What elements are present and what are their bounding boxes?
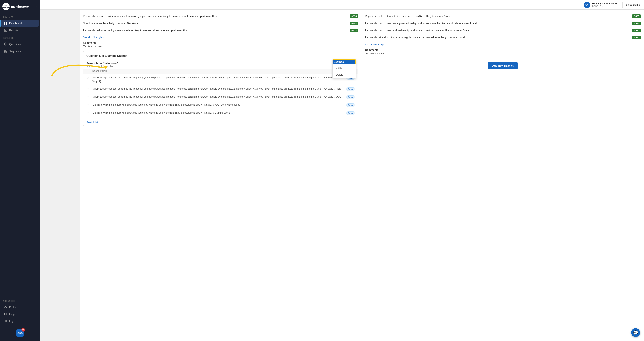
sidebar-item-reports[interactable]: Reports [1, 27, 39, 34]
question-text: [CB 4603] Which of the following sports … [92, 111, 345, 115]
col-heart [86, 70, 92, 72]
svg-rect-9 [6, 50, 7, 51]
question-text: [Matrix 1389] What best describes the fr… [92, 76, 345, 83]
insight-text: People who research online reviews befor… [83, 14, 347, 18]
insight-score: 0.552 [350, 21, 358, 25]
see-all-421-link[interactable]: See all 421 insights [83, 36, 358, 39]
value-tag: Value [346, 111, 355, 115]
heart-icon[interactable]: ♡ [86, 76, 90, 79]
right-insights-list: Regular upscale restaurant diners are mo… [365, 13, 641, 41]
sales-demo-label: Sales Demo [626, 3, 640, 6]
header: CN Hey, Cyn Sales Demo! LOGOUT ↗ Sales D… [40, 0, 644, 9]
search-sub: Value and Profile questions [86, 65, 355, 67]
svg-rect-1 [6, 22, 7, 23]
help-label: Help [9, 313, 14, 316]
insight-item: Grandparents are less likely to answer S… [83, 20, 358, 27]
comments-title: Comments [83, 41, 358, 44]
left-comments-section: Comments This is a comment. [83, 41, 358, 48]
sidebar-logo: CIVICSCIENCE InsightStore ‹ [0, 0, 40, 13]
comments-title: Comments [365, 48, 641, 51]
sidebar: CIVICSCIENCE InsightStore ‹ ANALYZE Dash… [0, 0, 40, 341]
svg-rect-3 [6, 23, 7, 24]
profile-icon [4, 305, 7, 309]
question-text: [Matrix 1389] What best describes the fr… [92, 95, 345, 99]
badge-count: 25 [21, 328, 25, 332]
left-panel: People who research online reviews befor… [80, 9, 362, 341]
questions-label: Questions [9, 43, 21, 46]
svg-rect-8 [4, 50, 6, 51]
heart-icon[interactable]: ♡ [86, 111, 90, 115]
sidebar-item-help[interactable]: ? Help [1, 311, 39, 318]
question-row: ♡ [Matrix 1389] What best describes the … [83, 74, 358, 85]
dashlet-move-button[interactable]: ⊹ [345, 54, 349, 58]
app-name: InsightStore [11, 5, 29, 8]
dashlet-dropdown-menu: Settings Clone Delete [332, 59, 356, 78]
question-row: ♡ [Matrix 1389] What best describes the … [83, 93, 358, 101]
see-full-list-link[interactable]: See full list [86, 121, 355, 124]
sidebar-item-dashboard[interactable]: Dashboard [1, 20, 39, 26]
logout-label: Logout [9, 320, 17, 323]
insight-score: 2.428 [632, 14, 641, 18]
dashlet-menu-button[interactable]: ⋮ [350, 54, 355, 58]
user-initials: CN [586, 3, 588, 6]
svg-rect-10 [4, 51, 6, 52]
chat-button[interactable]: 💬 [631, 328, 640, 337]
heart-icon[interactable]: ♡ [86, 103, 90, 107]
help-icon: ? [4, 313, 7, 316]
insight-item: People who follow technology trends are … [83, 27, 358, 34]
heart-icon[interactable]: ♡ [86, 95, 90, 99]
see-full-list: See full list [83, 117, 358, 126]
explore-section-label: EXPLORE [0, 34, 40, 40]
dashlet-title: Question List Example Dashlet [86, 54, 127, 57]
sidebar-item-logout[interactable]: Logout [1, 318, 39, 325]
right-comments-section: Comments Testing comments [365, 48, 641, 55]
profile-label: Profile [9, 306, 16, 309]
question-row: ♡ [Matrix 1389] What best describes the … [83, 85, 358, 93]
dashlet-header: Question List Example Dashlet ⊹ ⋮ [83, 51, 358, 60]
insight-text: People who follow technology trends are … [83, 29, 347, 32]
logout-button[interactable]: LOGOUT ↗ [592, 5, 619, 7]
svg-rect-2 [4, 23, 6, 24]
sidebar-item-questions[interactable]: ? Questions [1, 41, 39, 47]
insight-text: People who own or want a virtual reality… [365, 29, 630, 32]
insight-score: 1.993 [632, 21, 641, 25]
reports-label: Reports [9, 29, 18, 32]
sidebar-bottom: CIVICSCIENCE 25 [0, 325, 40, 341]
dashboard-label: Dashboard [9, 22, 22, 25]
settings-menu-item[interactable]: Settings [332, 59, 356, 64]
civic-badge[interactable]: CIVICSCIENCE 25 [16, 329, 24, 338]
see-all-599-link[interactable]: See all 599 insights [365, 43, 641, 46]
header-divider [622, 2, 623, 7]
user-avatar: CN [584, 1, 590, 8]
insight-text: People who own or want an augmented real… [365, 21, 630, 25]
question-list-dashlet: Question List Example Dashlet ⊹ ⋮ Settin… [83, 51, 358, 126]
sidebar-item-profile[interactable]: Profile [1, 304, 39, 310]
dashlet-table-header: DESCRIPTION [83, 69, 358, 74]
heart-icon[interactable]: ♡ [86, 87, 90, 91]
segments-icon [4, 50, 7, 53]
user-greeting: Hey, Cyn Sales Demo! [592, 2, 619, 5]
question-text: [CB 4603] Which of the following sports … [92, 103, 345, 107]
sidebar-item-segments[interactable]: Segments [1, 48, 39, 55]
dashlet-controls: ⊹ ⋮ [345, 54, 355, 58]
dashboard-icon [4, 21, 7, 25]
header-user: CN Hey, Cyn Sales Demo! LOGOUT ↗ [584, 1, 619, 8]
insight-text: Regular upscale restaurant diners are mo… [365, 14, 630, 18]
collapse-sidebar-button[interactable]: ‹ [36, 5, 38, 8]
insight-item: People who own or want a virtual reality… [365, 27, 641, 34]
left-insights-list: People who research online reviews befor… [83, 13, 358, 34]
svg-point-12 [5, 306, 6, 307]
right-panel: Regular upscale restaurant diners are mo… [362, 9, 644, 341]
delete-menu-item[interactable]: Delete [332, 71, 356, 78]
add-new-dashlet-button[interactable]: Add New Dashlet [488, 62, 518, 69]
reports-icon [4, 29, 7, 32]
search-term: Search Term: "television" [86, 62, 355, 65]
insight-text: Grandparents are less likely to answer S… [83, 21, 347, 25]
insight-score: 0.512 [350, 29, 358, 32]
clone-menu-item[interactable]: Clone [332, 64, 356, 71]
questions-icon: ? [4, 42, 7, 46]
segments-label: Segments [9, 50, 21, 53]
svg-rect-11 [6, 51, 7, 52]
analyze-section-label: ANALYZE [0, 13, 40, 19]
question-row: ♡ [CB 4603] Which of the following sport… [83, 109, 358, 117]
